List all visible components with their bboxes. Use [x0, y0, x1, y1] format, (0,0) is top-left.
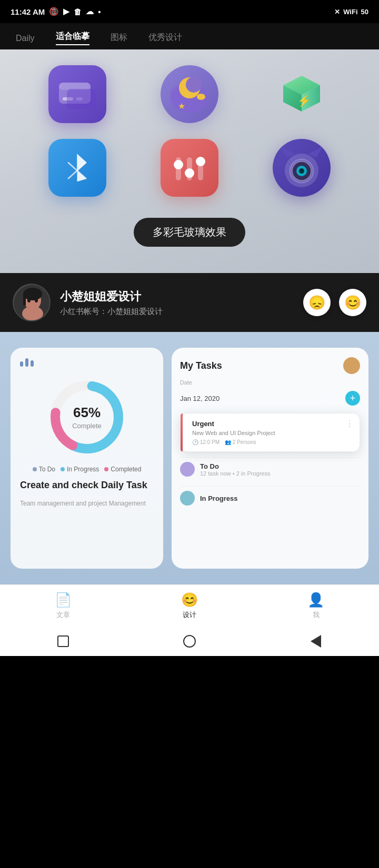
svg-text:⚡: ⚡	[297, 94, 312, 108]
task-todo-info: To Do 12 task now • 2 in Progress	[200, 462, 360, 477]
system-nav-bar	[0, 627, 379, 656]
svg-point-33	[23, 288, 42, 300]
card-title: Create and check Daily Task	[20, 479, 154, 491]
task-card-left: 65% Complete To Do In Progress Completed…	[11, 348, 163, 569]
donut-center: 65% Complete	[72, 405, 102, 430]
circle-icon	[183, 635, 196, 648]
design-label: 设计	[183, 610, 196, 620]
card-svg	[56, 78, 98, 110]
todo-dot	[33, 467, 37, 471]
urgent-task-card: Urgent New Web and UI Design Project 🕐 1…	[180, 413, 360, 452]
completed-label: Completed	[111, 466, 141, 473]
design-icon: 😊	[181, 592, 198, 608]
moon-app-icon[interactable]: ★	[161, 65, 218, 123]
dot-icon: •	[98, 7, 101, 16]
tasks-header: My Tasks	[180, 357, 360, 374]
inprogress-dot	[61, 467, 65, 471]
square-icon	[57, 635, 69, 647]
urgent-label: Urgent	[192, 420, 352, 428]
task-card-right: My Tasks Date Jan 12, 2020 + Urgent New …	[172, 348, 368, 569]
sad-reaction-button[interactable]: 😞	[303, 289, 331, 316]
inprogress-circle-icon	[180, 491, 195, 506]
author-info: 小楚姐姐爱设计 小红书帐号：小楚姐姐爱设计	[60, 289, 294, 317]
sad-icon: 😞	[308, 295, 325, 311]
svg-text:★: ★	[178, 102, 185, 110]
tasks-user-avatar	[343, 357, 360, 374]
article-icon: 📄	[55, 592, 72, 608]
svg-point-28	[299, 168, 304, 174]
home-button[interactable]	[56, 634, 71, 649]
bottom-nav: 📄 文章 😊 设计 👤 我	[0, 584, 379, 627]
urgent-meta: 🕐 12:0 PM 👥 2 Persons	[192, 439, 352, 445]
tab-icons[interactable]: 图标	[111, 32, 127, 45]
nav-item-article[interactable]: 📄 文章	[55, 592, 72, 620]
time: 11:42 AM	[11, 7, 45, 16]
mixer-svg	[168, 147, 211, 189]
bar2	[25, 358, 28, 367]
cat-app-icon[interactable]	[273, 139, 331, 197]
svg-marker-23	[281, 147, 295, 157]
task-inprogress-title: In Progress	[200, 494, 360, 502]
svg-point-36	[35, 298, 38, 302]
play-icon: ▶	[63, 7, 69, 16]
urgent-persons-value: 2 Persons	[233, 439, 256, 445]
mixer-app-icon[interactable]	[161, 139, 218, 197]
tab-daily[interactable]: Daily	[16, 34, 35, 45]
progress-percent: 65%	[72, 405, 102, 421]
tasks-date-label: Date	[180, 379, 360, 386]
battery-text: 50	[361, 8, 368, 16]
legend-todo: To Do	[33, 466, 55, 473]
svg-point-8	[186, 77, 202, 93]
happy-icon: 😊	[344, 295, 361, 311]
back-button[interactable]	[308, 634, 323, 649]
urgent-description: New Web and UI Design Project	[192, 430, 352, 436]
nav-item-design[interactable]: 😊 设计	[181, 592, 198, 620]
author-subtitle: 小红书帐号：小楚姐姐爱设计	[60, 307, 294, 317]
svg-marker-24	[308, 147, 323, 157]
happy-reaction-button[interactable]: 😊	[339, 289, 366, 316]
author-actions: 😞 😊	[303, 289, 366, 316]
status-right: ✕ WiFi 50	[334, 8, 368, 16]
avatar-svg	[14, 285, 51, 321]
svg-point-21	[185, 168, 194, 178]
bar3	[31, 360, 34, 367]
completed-dot	[104, 467, 108, 471]
cloud-icon: ☁	[86, 7, 94, 16]
icons-row-2	[21, 139, 358, 197]
tasks-date-value: Jan 12, 2020	[180, 395, 220, 402]
delete-icon: 🗑	[74, 7, 82, 16]
icons-row-1: ★	[21, 65, 358, 123]
nav-tabs: Daily 适合临摹 图标 优秀设计	[0, 23, 379, 49]
urgent-accent-bar	[181, 413, 183, 451]
cube-app-icon[interactable]: ⚡	[273, 65, 331, 123]
urgent-persons: 👥 2 Persons	[225, 439, 256, 445]
status-left: 11:42 AM 📵 ▶ 🗑 ☁ •	[11, 7, 101, 16]
svg-point-20	[174, 160, 183, 169]
tab-design[interactable]: 优秀设计	[148, 32, 182, 45]
todo-label: To Do	[39, 466, 55, 473]
icons-section: ★	[0, 49, 379, 273]
inprogress-label: In Progress	[67, 466, 99, 473]
card-app-icon[interactable]	[48, 65, 106, 123]
battery-cancel-icon: ✕	[334, 8, 340, 16]
more-options-icon[interactable]: ⋮	[345, 419, 354, 429]
donut-chart: 65% Complete	[20, 375, 154, 459]
svg-point-9	[197, 94, 205, 100]
add-task-button[interactable]: +	[345, 391, 360, 406]
todo-circle-icon	[180, 462, 195, 477]
bluetooth-app-icon[interactable]	[48, 139, 106, 197]
frosted-label: 多彩毛玻璃效果	[134, 218, 245, 247]
svg-point-35	[27, 298, 31, 302]
nav-item-me[interactable]: 👤 我	[307, 592, 324, 620]
tab-tracing[interactable]: 适合临摹	[56, 31, 89, 45]
back-triangle-icon	[311, 635, 321, 648]
battery-level: 50	[361, 8, 368, 16]
recents-button[interactable]	[182, 634, 197, 649]
article-label: 文章	[56, 610, 70, 620]
wifi-icon: WiFi	[343, 8, 357, 16]
status-bar: 11:42 AM 📵 ▶ 🗑 ☁ • ✕ WiFi 50	[0, 0, 379, 23]
author-section: 小楚姐姐爱设计 小红书帐号：小楚姐姐爱设计 😞 😊	[0, 273, 379, 332]
task-list-item-todo: To Do 12 task now • 2 in Progress	[180, 457, 360, 481]
svg-rect-34	[23, 294, 26, 306]
chart-legend: To Do In Progress Completed	[20, 466, 154, 473]
